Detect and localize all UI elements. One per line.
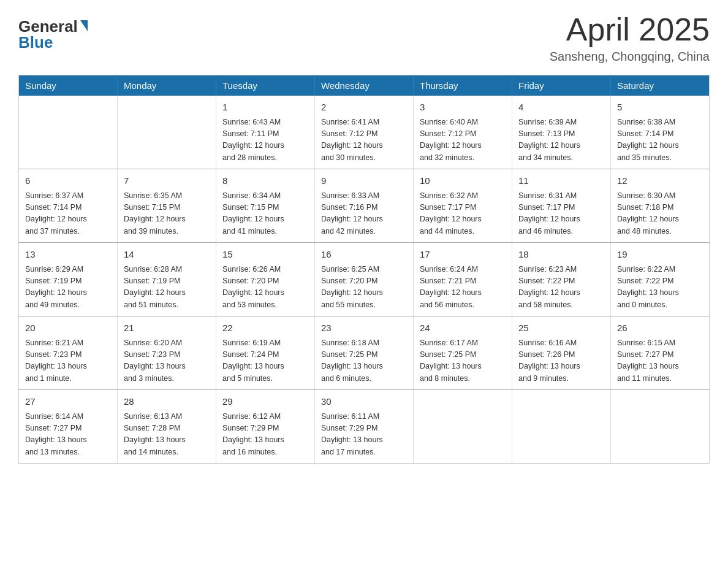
day-number: 26 [617,321,703,335]
day-number: 18 [518,248,604,262]
day-number: 21 [124,321,210,335]
calendar-cell: 23Sunrise: 6:18 AMSunset: 7:25 PMDayligh… [315,316,414,390]
day-info: Sunrise: 6:32 AMSunset: 7:17 PMDaylight:… [420,190,506,238]
day-info: Sunrise: 6:39 AMSunset: 7:13 PMDaylight:… [518,117,604,164]
title-area: April 2025 Sansheng, Chongqing, China [550,12,710,64]
calendar-table: SundayMondayTuesdayWednesdayThursdayFrid… [18,75,710,464]
day-number: 14 [124,248,210,262]
day-info: Sunrise: 6:28 AMSunset: 7:19 PMDaylight:… [124,264,210,312]
day-info: Sunrise: 6:41 AMSunset: 7:12 PMDaylight:… [321,117,407,164]
day-info: Sunrise: 6:23 AMSunset: 7:22 PMDaylight:… [518,264,604,312]
calendar-cell: 11Sunrise: 6:31 AMSunset: 7:17 PMDayligh… [512,169,611,243]
calendar-cell: 8Sunrise: 6:34 AMSunset: 7:15 PMDaylight… [216,169,315,243]
day-number: 8 [222,174,308,188]
day-number: 20 [25,321,111,335]
calendar-cell: 13Sunrise: 6:29 AMSunset: 7:19 PMDayligh… [19,243,118,316]
day-number: 30 [321,395,407,409]
weekday-header-friday: Friday [512,75,611,96]
weekday-header-saturday: Saturday [611,75,710,96]
weekday-header-sunday: Sunday [19,75,118,96]
calendar-cell: 19Sunrise: 6:22 AMSunset: 7:22 PMDayligh… [611,243,710,316]
day-info: Sunrise: 6:22 AMSunset: 7:22 PMDaylight:… [617,264,703,312]
day-number: 11 [518,174,604,188]
day-number: 2 [321,101,407,115]
day-number: 4 [518,101,604,115]
calendar-cell: 14Sunrise: 6:28 AMSunset: 7:19 PMDayligh… [118,243,216,316]
calendar-cell [19,96,118,169]
logo-general-text: General [18,18,78,34]
calendar-cell: 30Sunrise: 6:11 AMSunset: 7:29 PMDayligh… [315,390,414,464]
day-number: 28 [124,395,210,409]
logo: General Blue [18,18,88,50]
day-number: 1 [222,101,308,115]
calendar-cell: 7Sunrise: 6:35 AMSunset: 7:15 PMDaylight… [118,169,216,243]
calendar-cell: 24Sunrise: 6:17 AMSunset: 7:25 PMDayligh… [414,316,512,390]
day-info: Sunrise: 6:37 AMSunset: 7:14 PMDaylight:… [25,190,111,238]
day-info: Sunrise: 6:31 AMSunset: 7:17 PMDaylight:… [518,190,604,238]
day-info: Sunrise: 6:14 AMSunset: 7:27 PMDaylight:… [25,411,111,459]
day-info: Sunrise: 6:19 AMSunset: 7:24 PMDaylight:… [222,337,308,385]
day-info: Sunrise: 6:30 AMSunset: 7:18 PMDaylight:… [617,190,703,238]
calendar-cell: 16Sunrise: 6:25 AMSunset: 7:20 PMDayligh… [315,243,414,316]
day-info: Sunrise: 6:15 AMSunset: 7:27 PMDaylight:… [617,337,703,385]
day-info: Sunrise: 6:34 AMSunset: 7:15 PMDaylight:… [222,190,308,238]
logo-blue-text: Blue [18,34,53,50]
day-number: 22 [222,321,308,335]
calendar-cell: 15Sunrise: 6:26 AMSunset: 7:20 PMDayligh… [216,243,315,316]
calendar-cell [118,96,216,169]
calendar-cell: 1Sunrise: 6:43 AMSunset: 7:11 PMDaylight… [216,96,315,169]
day-number: 25 [518,321,604,335]
calendar-cell: 2Sunrise: 6:41 AMSunset: 7:12 PMDaylight… [315,96,414,169]
logo-triangle-icon [80,20,88,31]
day-number: 13 [25,248,111,262]
day-info: Sunrise: 6:21 AMSunset: 7:23 PMDaylight:… [25,337,111,385]
day-number: 12 [617,174,703,188]
day-info: Sunrise: 6:33 AMSunset: 7:16 PMDaylight:… [321,190,407,238]
day-info: Sunrise: 6:29 AMSunset: 7:19 PMDaylight:… [25,264,111,312]
day-info: Sunrise: 6:35 AMSunset: 7:15 PMDaylight:… [124,190,210,238]
calendar-week-row: 27Sunrise: 6:14 AMSunset: 7:27 PMDayligh… [19,390,710,464]
day-info: Sunrise: 6:18 AMSunset: 7:25 PMDaylight:… [321,337,407,385]
location-subtitle: Sansheng, Chongqing, China [550,50,710,64]
calendar-week-row: 20Sunrise: 6:21 AMSunset: 7:23 PMDayligh… [19,316,710,390]
day-number: 10 [420,174,506,188]
calendar-week-row: 13Sunrise: 6:29 AMSunset: 7:19 PMDayligh… [19,243,710,316]
calendar-cell: 12Sunrise: 6:30 AMSunset: 7:18 PMDayligh… [611,169,710,243]
day-number: 16 [321,248,407,262]
calendar-cell: 10Sunrise: 6:32 AMSunset: 7:17 PMDayligh… [414,169,512,243]
calendar-cell: 29Sunrise: 6:12 AMSunset: 7:29 PMDayligh… [216,390,315,464]
month-title: April 2025 [550,12,710,47]
day-number: 7 [124,174,210,188]
day-info: Sunrise: 6:38 AMSunset: 7:14 PMDaylight:… [617,117,703,164]
calendar-cell: 3Sunrise: 6:40 AMSunset: 7:12 PMDaylight… [414,96,512,169]
day-number: 3 [420,101,506,115]
day-info: Sunrise: 6:17 AMSunset: 7:25 PMDaylight:… [420,337,506,385]
calendar-cell: 28Sunrise: 6:13 AMSunset: 7:28 PMDayligh… [118,390,216,464]
day-number: 15 [222,248,308,262]
day-number: 5 [617,101,703,115]
day-number: 29 [222,395,308,409]
day-number: 24 [420,321,506,335]
day-number: 9 [321,174,407,188]
day-info: Sunrise: 6:11 AMSunset: 7:29 PMDaylight:… [321,411,407,459]
calendar-cell: 4Sunrise: 6:39 AMSunset: 7:13 PMDaylight… [512,96,611,169]
weekday-header-tuesday: Tuesday [216,75,315,96]
day-info: Sunrise: 6:12 AMSunset: 7:29 PMDaylight:… [222,411,308,459]
day-info: Sunrise: 6:43 AMSunset: 7:11 PMDaylight:… [222,117,308,164]
weekday-header-monday: Monday [118,75,216,96]
weekday-header-row: SundayMondayTuesdayWednesdayThursdayFrid… [19,75,710,96]
calendar-cell: 20Sunrise: 6:21 AMSunset: 7:23 PMDayligh… [19,316,118,390]
day-info: Sunrise: 6:13 AMSunset: 7:28 PMDaylight:… [124,411,210,459]
page-header: General Blue April 2025 Sansheng, Chongq… [18,12,710,64]
calendar-cell [414,390,512,464]
calendar-cell: 25Sunrise: 6:16 AMSunset: 7:26 PMDayligh… [512,316,611,390]
calendar-cell: 5Sunrise: 6:38 AMSunset: 7:14 PMDaylight… [611,96,710,169]
calendar-header: SundayMondayTuesdayWednesdayThursdayFrid… [19,75,710,96]
calendar-cell: 22Sunrise: 6:19 AMSunset: 7:24 PMDayligh… [216,316,315,390]
calendar-cell [512,390,611,464]
calendar-week-row: 1Sunrise: 6:43 AMSunset: 7:11 PMDaylight… [19,96,710,169]
calendar-cell: 27Sunrise: 6:14 AMSunset: 7:27 PMDayligh… [19,390,118,464]
day-info: Sunrise: 6:24 AMSunset: 7:21 PMDaylight:… [420,264,506,312]
calendar-week-row: 6Sunrise: 6:37 AMSunset: 7:14 PMDaylight… [19,169,710,243]
day-number: 27 [25,395,111,409]
